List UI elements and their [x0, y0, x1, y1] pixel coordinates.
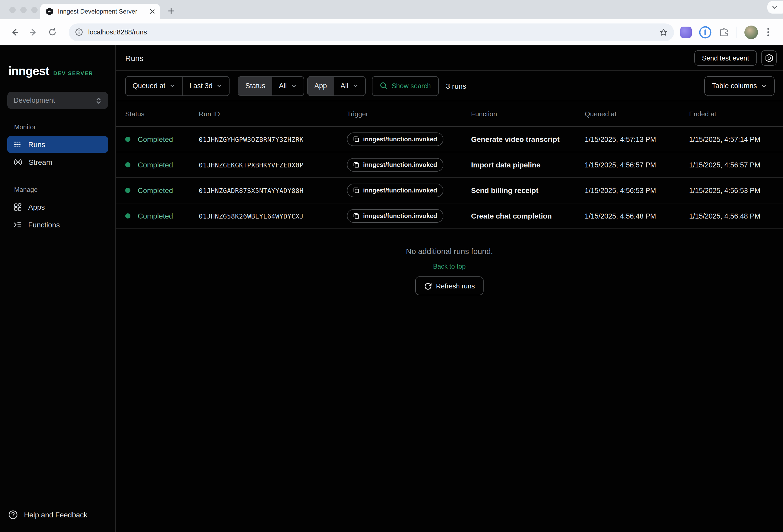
window-controls[interactable] [9, 7, 37, 13]
run-id[interactable]: 01JHNZG58K26WBEYE64WYDYCXJ [199, 212, 347, 220]
run-status: Completed [138, 161, 173, 169]
trigger-badge[interactable]: inngest/function.invoked [347, 132, 443, 146]
run-id[interactable]: 01JHNZGEKGKTPXBHKYVFZEDX0P [199, 161, 347, 169]
screen: Inngest Development Server localho [0, 0, 783, 532]
trigger-badge[interactable]: inngest/function.invoked [347, 209, 443, 223]
back-to-top-link[interactable]: Back to top [433, 263, 466, 270]
run-status: Completed [138, 212, 173, 220]
manage-section: Manage Apps Functions [0, 186, 115, 234]
environment-selector[interactable]: Development [7, 92, 108, 109]
function-name[interactable]: Send billing receipt [471, 186, 585, 194]
functions-icon [13, 221, 22, 229]
extensions-puzzle-icon[interactable] [719, 27, 729, 37]
close-window-icon[interactable] [9, 7, 15, 13]
new-tab-button[interactable] [164, 4, 178, 18]
profile-avatar[interactable] [744, 25, 758, 39]
toolbar-divider [737, 26, 737, 38]
send-test-event-button[interactable]: Send test event [694, 50, 757, 66]
table-columns-button[interactable]: Table columns [704, 76, 775, 96]
trigger-badge[interactable]: inngest/function.invoked [347, 158, 443, 171]
sidebar: inngest DEV SERVER Development Monitor R… [0, 45, 116, 532]
reload-button[interactable] [44, 24, 60, 40]
runs-count: 3 runs [446, 82, 466, 90]
send-test-event-label: Send test event [702, 54, 749, 62]
status-dot-icon [125, 162, 130, 167]
url-text[interactable]: localhost:8288/runs [88, 28, 654, 36]
bookmark-star-icon[interactable] [659, 28, 668, 36]
queued-at: 1/15/2025, 4:56:48 PM [585, 212, 689, 220]
inngest-logo: inngest [8, 64, 49, 78]
col-trigger: Trigger [347, 110, 471, 118]
chevron-down-icon [761, 83, 767, 89]
tab-search-button[interactable] [768, 1, 783, 13]
browser-tab[interactable]: Inngest Development Server [40, 4, 160, 19]
browser-tab-strip: Inngest Development Server [0, 0, 783, 19]
run-id[interactable]: 01JHNZGADR87SX5NTAYYADY88H [199, 186, 347, 194]
site-info-icon[interactable] [75, 28, 83, 36]
settings-button[interactable] [761, 50, 777, 66]
app-filter-label: App [314, 82, 327, 90]
col-queued-at: Queued at [585, 110, 689, 118]
ended-at: 1/15/2025, 4:57:14 PM [689, 135, 774, 143]
status-filter-value-seg[interactable]: All [272, 76, 303, 95]
status-filter[interactable]: Status All [238, 76, 304, 96]
browser-menu-button[interactable] [765, 26, 771, 38]
sidebar-item-label: Stream [29, 158, 52, 166]
show-search-label: Show search [392, 82, 431, 90]
run-id[interactable]: 01JHNZGYHGPW3QZBRN7Y3ZHZRK [199, 135, 347, 143]
table-row[interactable]: Completed 01JHNZGYHGPW3QZBRN7Y3ZHZRK inn… [116, 127, 783, 152]
forward-button[interactable] [26, 24, 41, 40]
app-filter[interactable]: App All [307, 76, 366, 96]
ended-at: 1/15/2025, 4:56:48 PM [689, 212, 774, 220]
show-search-button[interactable]: Show search [372, 76, 438, 96]
browser-toolbar: localhost:8288/runs [0, 19, 783, 45]
run-status: Completed [138, 135, 173, 144]
app-filter-value-seg[interactable]: All [334, 76, 365, 95]
zoom-window-icon[interactable] [31, 7, 37, 13]
table-row[interactable]: Completed 01JHNZG58K26WBEYE64WYDYCXJ inn… [116, 204, 783, 229]
gear-icon [764, 54, 773, 62]
trigger-name: inngest/function.invoked [363, 161, 437, 168]
status-dot-icon [125, 188, 130, 193]
monitor-section: Monitor Runs Stream [0, 124, 115, 171]
run-status: Completed [138, 186, 173, 194]
search-icon [379, 82, 387, 90]
refresh-runs-button[interactable]: Refresh runs [415, 276, 484, 295]
copy-icon [353, 213, 359, 219]
col-status: Status [125, 110, 199, 118]
app-filter-value: All [340, 82, 348, 90]
time-filter[interactable]: Queued at Last 3d [125, 76, 230, 96]
sidebar-item-runs[interactable]: Runs [7, 136, 108, 153]
trigger-name: inngest/function.invoked [363, 187, 437, 194]
sidebar-item-stream[interactable]: Stream [7, 154, 108, 170]
col-ended-at: Ended at [689, 110, 774, 118]
minimize-window-icon[interactable] [20, 7, 27, 13]
back-button[interactable] [7, 24, 23, 40]
extension-icon[interactable] [680, 26, 692, 38]
time-field-label: Queued at [132, 82, 165, 90]
function-name[interactable]: Generate video transcript [471, 135, 585, 144]
time-range-select[interactable]: Last 3d [183, 76, 229, 95]
onepassword-icon[interactable] [699, 26, 712, 38]
inngest-favicon-icon [45, 7, 54, 15]
table-row[interactable]: Completed 01JHNZGADR87SX5NTAYYADY88H inn… [116, 178, 783, 204]
trigger-badge[interactable]: inngest/function.invoked [347, 184, 443, 197]
chevron-down-icon [352, 83, 358, 89]
sidebar-item-label: Runs [28, 140, 45, 149]
time-field-select[interactable]: Queued at [126, 76, 182, 95]
close-tab-icon[interactable] [150, 9, 155, 14]
table-row[interactable]: Completed 01JHNZGEKGKTPXBHKYVFZEDX0P inn… [116, 152, 783, 178]
help-label: Help and Feedback [24, 511, 87, 519]
chevron-down-icon [291, 83, 296, 89]
sidebar-item-apps[interactable]: Apps [7, 199, 108, 215]
url-bar[interactable]: localhost:8288/runs [69, 23, 674, 41]
chevron-down-icon [217, 83, 222, 89]
tab-title: Inngest Development Server [58, 8, 146, 15]
function-name[interactable]: Import data pipeline [471, 161, 585, 169]
copy-icon [353, 187, 359, 193]
queued-at: 1/15/2025, 4:57:13 PM [585, 135, 689, 143]
function-name[interactable]: Create chat completion [471, 212, 585, 220]
sidebar-item-functions[interactable]: Functions [7, 216, 108, 233]
help-and-feedback[interactable]: Help and Feedback [0, 510, 115, 532]
status-dot-icon [125, 137, 130, 142]
